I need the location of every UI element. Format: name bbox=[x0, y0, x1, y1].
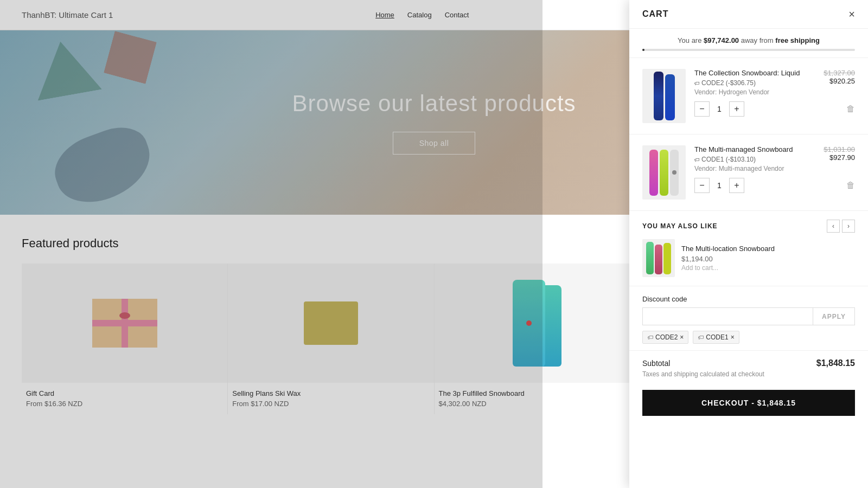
shipping-amount: $97,742.00 bbox=[704, 36, 739, 44]
cart-header: CART × bbox=[629, 0, 868, 29]
cart-item-vendor-multimanaged: Vendor: Multi-managed Vendor bbox=[694, 165, 793, 172]
cart-title: CART bbox=[642, 9, 668, 19]
cart-item-original-price-multimanaged: $1,031.00 bbox=[824, 145, 855, 153]
snowboard-liquid-graphic-2 bbox=[665, 74, 675, 120]
cart-item-code-liquid: 🏷 CODE2 (-$306.75) bbox=[694, 79, 800, 87]
ymal-next-button[interactable]: › bbox=[842, 220, 855, 233]
sb-ml-graphic-3 bbox=[663, 243, 671, 274]
subtotal-value: $1,848.15 bbox=[816, 358, 855, 368]
ymal-add-to-cart-hint: Add to cart... bbox=[681, 264, 775, 272]
cart-item-sale-price-liquid: $920.25 bbox=[824, 77, 855, 85]
subtotal-section: Subtotal $1,848.15 Taxes and shipping ca… bbox=[629, 351, 868, 390]
increase-qty-multimanaged[interactable]: + bbox=[729, 178, 744, 193]
discount-tag-code1[interactable]: 🏷 CODE1 × bbox=[693, 331, 739, 344]
discount-section: Discount code APPLY 🏷 CODE2 × 🏷 CODE1 × bbox=[629, 286, 868, 351]
apply-discount-button[interactable]: APPLY bbox=[813, 307, 855, 325]
cart-qty-row-multimanaged: − 1 + 🗑 bbox=[694, 178, 855, 193]
ymal-item-image bbox=[642, 239, 675, 277]
cart-item-liquid-snowboard: The Collection Snowboard: Liquid 🏷 CODE2… bbox=[629, 58, 868, 134]
cart-item-details-multimanaged: The Multi-managed Snowboard 🏷 CODE1 (-$1… bbox=[694, 145, 855, 200]
cart-body: You are $97,742.00 away from free shippi… bbox=[629, 29, 868, 425]
checkout-button[interactable]: CHECKOUT - $1,848.15 bbox=[642, 390, 855, 416]
ymal-item-price: $1,194.00 bbox=[681, 255, 775, 263]
free-shipping-label: free shipping bbox=[775, 36, 820, 44]
ymal-section: YOU MAY ALSO LIKE ‹ › The Multi-location… bbox=[629, 211, 868, 286]
discount-tags: 🏷 CODE2 × 🏷 CODE1 × bbox=[642, 331, 855, 344]
tag-icon: 🏷 bbox=[698, 334, 704, 341]
cart-qty-row-liquid: − 1 + 🗑 bbox=[694, 101, 855, 117]
remove-discount-code2-icon[interactable]: × bbox=[680, 333, 684, 341]
cart-overlay[interactable] bbox=[0, 0, 542, 425]
shipping-bar: You are $97,742.00 away from free shippi… bbox=[629, 29, 868, 58]
subtotal-note: Taxes and shipping calculated at checkou… bbox=[642, 370, 855, 378]
snowboard-liquid-graphic-1 bbox=[654, 72, 663, 120]
cart-item-details-liquid: The Collection Snowboard: Liquid 🏷 CODE2… bbox=[694, 69, 855, 123]
discount-code-label: CODE1 bbox=[706, 333, 728, 341]
ymal-item-multilocation: The Multi-location Snowboard $1,194.00 A… bbox=[642, 239, 855, 277]
discount-input-row: APPLY bbox=[642, 307, 855, 325]
cart-item-code-multimanaged: 🏷 CODE1 (-$103.10) bbox=[694, 156, 793, 163]
cart-item-image-multimanaged bbox=[642, 145, 686, 200]
sb-ml-graphic-1 bbox=[646, 242, 654, 274]
cart-item-original-price-liquid: $1,327.00 bbox=[824, 69, 855, 77]
cart-item-name-liquid: The Collection Snowboard: Liquid bbox=[694, 69, 800, 77]
ymal-title: YOU MAY ALSO LIKE bbox=[642, 222, 718, 230]
cart-item-multimanaged-snowboard: The Multi-managed Snowboard 🏷 CODE1 (-$1… bbox=[629, 134, 868, 211]
sb-mm-graphic-1 bbox=[649, 150, 658, 196]
discount-input[interactable] bbox=[642, 307, 813, 325]
cart-item-sale-price-multimanaged: $927.90 bbox=[824, 153, 855, 162]
tag-icon: 🏷 bbox=[647, 334, 653, 341]
decrease-qty-liquid[interactable]: − bbox=[694, 101, 710, 117]
qty-value-multimanaged: 1 bbox=[714, 181, 725, 190]
discount-code-label: CODE2 bbox=[655, 333, 678, 341]
cart-panel: CART × You are $97,742.00 away from free… bbox=[629, 0, 868, 425]
sb-mm-graphic-2 bbox=[660, 150, 668, 196]
tag-icon: 🏷 bbox=[694, 80, 700, 86]
increase-qty-liquid[interactable]: + bbox=[729, 101, 744, 117]
decrease-qty-multimanaged[interactable]: − bbox=[694, 178, 710, 193]
ymal-header: YOU MAY ALSO LIKE ‹ › bbox=[642, 220, 855, 233]
subtotal-row: Subtotal $1,848.15 bbox=[642, 358, 855, 368]
discount-label: Discount code bbox=[642, 295, 855, 303]
ymal-navigation: ‹ › bbox=[827, 220, 855, 233]
cart-item-name-multimanaged: The Multi-managed Snowboard bbox=[694, 145, 793, 153]
delete-item-multimanaged[interactable]: 🗑 bbox=[846, 181, 855, 190]
shipping-progress-track bbox=[642, 49, 855, 51]
cart-item-vendor-liquid: Vendor: Hydrogen Vendor bbox=[694, 88, 800, 96]
remove-discount-code1-icon[interactable]: × bbox=[731, 333, 735, 341]
subtotal-label: Subtotal bbox=[642, 359, 670, 368]
shipping-message: You are $97,742.00 away from free shippi… bbox=[642, 36, 855, 44]
ymal-item-name: The Multi-location Snowboard bbox=[681, 245, 775, 253]
qty-value-liquid: 1 bbox=[714, 105, 725, 113]
delete-item-liquid[interactable]: 🗑 bbox=[846, 104, 855, 114]
tag-icon: 🏷 bbox=[694, 157, 700, 163]
ymal-item-info: The Multi-location Snowboard $1,194.00 A… bbox=[681, 245, 775, 272]
sb-mm-graphic-3 bbox=[670, 150, 679, 196]
shipping-progress-fill bbox=[642, 49, 644, 51]
sb-ml-graphic-2 bbox=[655, 245, 662, 274]
ymal-prev-button[interactable]: ‹ bbox=[827, 220, 840, 233]
cart-close-button[interactable]: × bbox=[848, 9, 855, 20]
discount-tag-code2[interactable]: 🏷 CODE2 × bbox=[642, 331, 688, 344]
cart-item-image-liquid bbox=[642, 69, 686, 123]
